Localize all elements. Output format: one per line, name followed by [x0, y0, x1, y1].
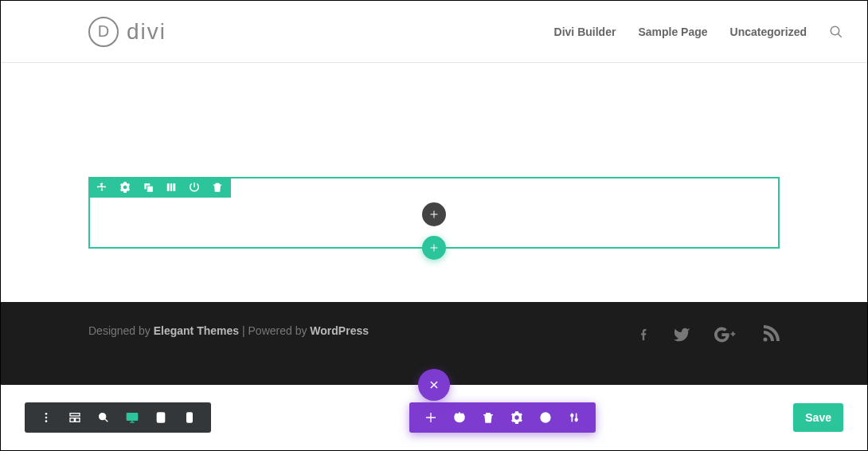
svg-point-19 — [190, 421, 190, 422]
svg-point-11 — [100, 414, 106, 420]
close-builder-button[interactable] — [418, 369, 450, 401]
facebook-icon[interactable] — [638, 324, 649, 348]
svg-line-12 — [105, 419, 108, 422]
footer-company-link[interactable]: Elegant Themes — [154, 324, 239, 337]
svg-point-24 — [575, 418, 577, 421]
footer-prefix: Designed by — [88, 324, 154, 337]
add-icon[interactable] — [417, 409, 444, 426]
save-button[interactable]: Save — [793, 403, 843, 432]
search-icon[interactable] — [829, 25, 843, 39]
logo[interactable]: D divi — [88, 17, 166, 47]
logo-mark: D — [88, 17, 119, 47]
page-gear-icon[interactable] — [503, 409, 530, 426]
phone-icon[interactable] — [176, 409, 203, 426]
zoom-icon[interactable] — [90, 409, 117, 426]
power-icon[interactable] — [187, 182, 201, 193]
wireframe-icon[interactable] — [61, 409, 88, 426]
svg-point-23 — [571, 414, 573, 417]
footer-platform-link[interactable]: WordPress — [310, 324, 369, 337]
trash-icon[interactable] — [210, 182, 225, 193]
svg-point-6 — [45, 417, 48, 419]
save-controls: Save — [793, 403, 843, 432]
svg-line-1 — [838, 33, 842, 37]
twitter-icon[interactable] — [671, 326, 692, 347]
page-power-icon[interactable] — [446, 409, 473, 426]
sliders-icon[interactable] — [561, 409, 588, 426]
svg-point-5 — [45, 413, 48, 415]
view-controls — [25, 402, 211, 433]
svg-rect-13 — [127, 414, 137, 421]
builder-canvas — [1, 63, 867, 302]
logo-text: divi — [127, 19, 166, 45]
svg-rect-8 — [70, 414, 80, 416]
history-icon[interactable] — [532, 409, 559, 426]
svg-rect-10 — [76, 418, 80, 422]
rss-icon[interactable] — [760, 325, 780, 347]
svg-rect-9 — [70, 418, 74, 422]
move-icon[interactable] — [95, 182, 109, 193]
gear-icon[interactable] — [118, 182, 132, 193]
page-controls — [409, 402, 596, 433]
desktop-icon[interactable] — [119, 409, 146, 426]
nav-item-uncategorized[interactable]: Uncategorized — [730, 25, 807, 38]
duplicate-icon[interactable] — [141, 182, 155, 193]
section-toolbar — [88, 177, 231, 198]
builder-section[interactable] — [88, 177, 780, 249]
svg-point-0 — [831, 26, 839, 35]
googleplus-icon[interactable] — [714, 327, 738, 346]
nav-item-builder[interactable]: Divi Builder — [554, 25, 616, 38]
social-links — [638, 324, 780, 348]
footer-powered-prefix: Powered by — [248, 324, 311, 337]
footer-separator: | — [239, 324, 248, 337]
site-header: D divi Divi Builder Sample Page Uncatego… — [1, 1, 867, 63]
add-module-button[interactable] — [422, 202, 446, 226]
primary-nav: Divi Builder Sample Page Uncategorized — [554, 25, 843, 39]
add-row-button[interactable] — [422, 236, 446, 260]
page-trash-icon[interactable] — [475, 409, 502, 426]
columns-icon[interactable] — [164, 182, 178, 193]
nav-item-sample[interactable]: Sample Page — [638, 25, 707, 38]
svg-point-2 — [764, 338, 768, 342]
tablet-icon[interactable] — [147, 409, 174, 426]
footer-credit: Designed by Elegant Themes | Powered by … — [88, 324, 369, 337]
svg-point-7 — [45, 420, 48, 422]
menu-dots-icon[interactable] — [33, 409, 60, 426]
svg-point-17 — [161, 421, 162, 422]
